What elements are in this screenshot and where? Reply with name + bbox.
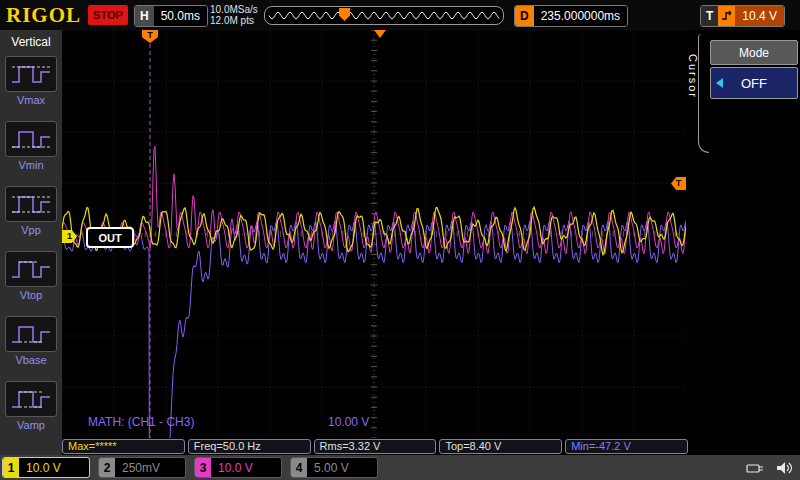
measurement-3[interactable]: Top=8.40 V [439,439,562,454]
measurement-0[interactable]: Max=***** [62,439,185,454]
memory-waveform [269,13,499,19]
measurement-2[interactable]: Rms=3.32 V [314,439,437,454]
delay-readout[interactable]: D 235.000000ms [514,5,628,27]
vtop-icon [5,251,57,287]
memory-depth: 12.0M pts [210,15,258,26]
top-bar: RIGOL STOP H 50.0ms 10.0MSa/s 12.0M pts … [0,0,800,30]
menu-title: Vertical [0,30,62,49]
channel4-badge: 4 [291,458,307,477]
channel-status-bar: 1 10.0 V 2 250mV 3 10.0 V 4 5.00 V [0,455,800,480]
channel1-scale: 10.0 V [19,458,89,477]
trigger-source-icon [718,6,735,26]
waveform-display: T T 1 OUT MATH: (CH1 - CH3) 10.00 V [62,30,686,438]
trigger-label: T [701,6,718,26]
memory-waveform-canvas [266,7,502,22]
sample-rate: 10.0MSa/s [210,4,258,15]
channel3-badge: 3 [195,458,211,477]
oscilloscope-screen: RIGOL STOP H 50.0ms 10.0MSa/s 12.0M pts … [0,0,800,480]
menu-item-vtop[interactable]: Vtop [4,251,58,309]
usb-icon [746,461,766,475]
menu-item-label: Vmax [4,94,58,106]
graticule [62,30,686,438]
channel3-status[interactable]: 3 10.0 V [194,457,282,478]
vpp-icon [5,186,57,222]
menu-item-vamp[interactable]: Vamp [4,381,58,439]
cursor-mode-value: OFF [741,76,767,91]
channel1-badge: 1 [3,458,19,477]
plot-canvas [62,30,686,438]
math-scale-label: 10.00 V [328,415,369,429]
menu-item-vpp[interactable]: Vpp [4,186,58,244]
menu-item-label: Vpp [4,224,58,236]
measurement-bar: Max=***** Freq=50.0 Hz Rms=3.32 V Top=8.… [62,439,688,454]
vertical-measure-menu: Vertical Vmax Vmin Vpp Vtop [0,30,62,455]
softkey-arrow-icon [716,78,723,88]
menu-item-vbase[interactable]: Vbase [4,316,58,374]
math-expression-label: MATH: (CH1 - CH3) [88,415,194,429]
vamp-icon [5,381,57,417]
waveform-math [62,221,686,438]
vbase-icon [5,316,57,352]
channel2-scale: 250mV [115,458,185,477]
menu-item-label: Vmin [4,159,58,171]
menu-item-vmin[interactable]: Vmin [4,121,58,179]
status-icons [746,455,792,480]
channel3-scale: 10.0 V [211,458,281,477]
acquisition-info: 10.0MSa/s 12.0M pts [210,4,258,26]
delay-center-marker-icon [374,30,386,38]
trigger-readout[interactable]: T 10.4 V [700,5,785,27]
run-state-badge[interactable]: STOP [88,5,128,25]
trigger-level-value: 10.4 V [735,6,784,26]
menu-bracket [698,34,709,153]
vmin-icon [5,121,57,157]
timebase-value: 50.0ms [154,6,207,26]
channel1-status[interactable]: 1 10.0 V [2,457,90,478]
channel2-status[interactable]: 2 250mV [98,457,186,478]
horizontal-readout[interactable]: H 50.0ms [134,5,208,27]
memory-position-bar [264,6,504,25]
out-label-badge: OUT [86,227,134,248]
cursor-mode-header[interactable]: Mode [710,40,798,65]
menu-item-vmax[interactable]: Vmax [4,56,58,114]
menu-tab-cursor[interactable]: Cursor [687,54,699,99]
horizontal-label: H [135,6,154,26]
rigol-logo: RIGOL [6,3,81,28]
delay-label: D [515,6,534,26]
measurement-1[interactable]: Freq=50.0 Hz [188,439,311,454]
channel4-status[interactable]: 4 5.00 V [290,457,378,478]
cursor-mode-off-button[interactable]: OFF [710,67,798,99]
speaker-icon[interactable] [776,461,792,475]
channel2-badge: 2 [99,458,115,477]
menu-item-label: Vbase [4,354,58,366]
measurement-4[interactable]: Min=-47.2 V [565,439,688,454]
delay-value: 235.000000ms [534,6,627,26]
cursor-menu-panel: Cursor Mode OFF [688,30,800,455]
vmax-icon [5,56,57,92]
menu-item-label: Vtop [4,289,58,301]
menu-item-label: Vamp [4,419,58,431]
channel4-scale: 5.00 V [307,458,377,477]
